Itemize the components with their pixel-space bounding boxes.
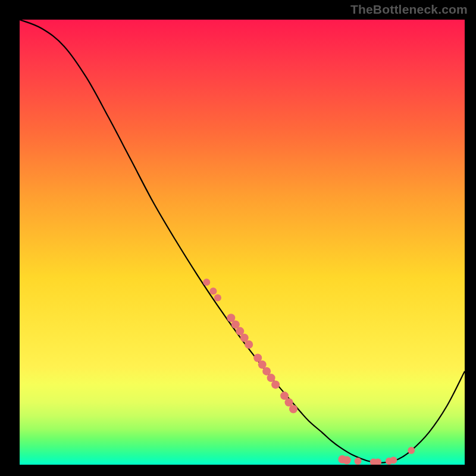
chart-container: TheBottleneck.com xyxy=(0,0,476,476)
plot-gradient-area xyxy=(20,20,465,465)
watermark: TheBottleneck.com xyxy=(350,2,468,17)
